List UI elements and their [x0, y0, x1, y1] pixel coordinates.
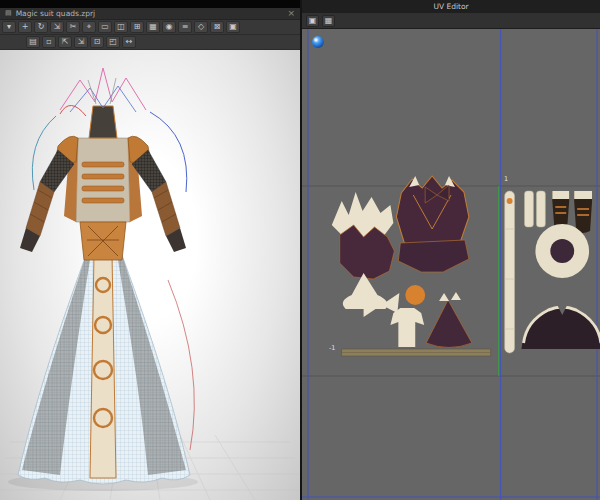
uv-island-band[interactable] — [398, 240, 469, 272]
uv-island-boot-right[interactable] — [574, 191, 592, 233]
uv-island-cuff-pair[interactable] — [525, 191, 546, 227]
uv-coord-label-min: -1 — [329, 345, 335, 352]
tool-glyph: ✂ — [70, 22, 77, 31]
uv-island-boot-left[interactable] — [552, 191, 569, 229]
snap-corner-in-icon[interactable]: ⇱ — [58, 36, 72, 48]
rectangle-pattern-icon[interactable]: ▭ — [98, 21, 112, 33]
uv-island-shirt[interactable] — [390, 308, 424, 347]
uv-island-ring[interactable] — [535, 224, 589, 278]
add-point-tool-icon[interactable]: + — [18, 21, 32, 33]
uv-canvas[interactable]: 1 -1 — [302, 29, 600, 500]
garment-dress[interactable] — [18, 106, 190, 484]
uv-island-long-strip[interactable] — [505, 191, 515, 353]
tool-glyph: ▫ — [46, 37, 51, 46]
viewport-3d[interactable] — [0, 50, 300, 500]
cursor-tool-icon[interactable]: ▾ — [2, 21, 16, 33]
uv-toolbar: ▣ ▦ — [302, 13, 600, 29]
checker-texture-icon[interactable]: ▦ — [322, 15, 335, 27]
collar — [89, 106, 117, 138]
tool-glyph: ⇲ — [78, 37, 85, 46]
material-sphere-icon[interactable] — [312, 36, 324, 48]
tool-glyph: ≡ — [182, 22, 189, 31]
layers-icon[interactable]: ▤ — [26, 36, 40, 48]
tool-glyph: + — [22, 22, 29, 31]
rotate-tool-icon[interactable]: ↻ — [34, 21, 48, 33]
tool-glyph: ▤ — [29, 37, 37, 46]
tool-glyph: ↻ — [38, 22, 45, 31]
toolbar-row-1: ▾ + ↻ ⇲ ✂ ⌖ — [0, 20, 300, 35]
document-icon: ▤ — [5, 10, 12, 17]
uv-island-fan[interactable] — [522, 303, 600, 349]
tool-glyph: ⇲ — [54, 22, 61, 31]
tool-glyph: ▦ — [149, 22, 157, 31]
menu-lines-icon[interactable]: ≡ — [178, 21, 192, 33]
split-panel-icon[interactable]: ◫ — [114, 21, 128, 33]
panel-3d-view: ▤ Magic suit quads.zprj × ▾ + ↻ ⇲ — [0, 0, 300, 500]
pin-tool-icon[interactable]: ◉ — [162, 21, 176, 33]
close-icon[interactable]: × — [287, 9, 295, 18]
tool-glyph: ▾ — [7, 22, 11, 31]
garment-3d-render — [0, 50, 300, 500]
document-tab[interactable]: ▤ Magic suit quads.zprj × — [0, 8, 300, 20]
frame-tool-icon[interactable]: ▣ — [226, 21, 240, 33]
tool-glyph: ↔ — [126, 37, 133, 46]
window-top-strip — [0, 0, 300, 8]
uv-editor-titlebar[interactable]: UV Editor — [302, 0, 600, 13]
tool-glyph: ⊠ — [214, 22, 221, 31]
tool-glyph: ⊞ — [134, 22, 141, 31]
uv-layout — [302, 29, 600, 500]
scissors-tool-icon[interactable]: ✂ — [66, 21, 80, 33]
panel-uv-editor: UV Editor ▣ ▦ — [300, 0, 600, 500]
tool-glyph: ◰ — [109, 37, 117, 46]
toolbar-row-2: ▤ ▫ ⇱ ⇲ ⊡ ◰ — [0, 35, 300, 50]
target-tool-icon[interactable]: ⌖ — [82, 21, 96, 33]
quarter-box-icon[interactable]: ◰ — [106, 36, 120, 48]
dot-box-icon[interactable]: ⊡ — [90, 36, 104, 48]
scale-tool-icon[interactable]: ⇲ — [50, 21, 64, 33]
bodice — [76, 138, 130, 222]
tool-glyph: ▣ — [309, 16, 317, 25]
app-window: ▤ Magic suit quads.zprj × ▾ + ↻ ⇲ — [0, 0, 600, 500]
tool-glyph: ▦ — [325, 16, 333, 25]
tool-glyph: ▣ — [229, 22, 237, 31]
packed-islands-icon[interactable]: ▣ — [306, 15, 319, 27]
tool-glyph: ◇ — [198, 22, 204, 31]
uv-coord-label-max: 1 — [504, 176, 508, 183]
tool-glyph: ⊡ — [94, 37, 101, 46]
arrows-horizontal-icon[interactable]: ↔ — [122, 36, 136, 48]
snap-corner-out-icon[interactable]: ⇲ — [74, 36, 88, 48]
uv-island-skirt-tri[interactable] — [426, 292, 472, 348]
mesh-grid-icon[interactable]: ▦ — [146, 21, 160, 33]
tool-glyph: ▭ — [101, 22, 109, 31]
tool-glyph: ◉ — [166, 22, 173, 31]
diamond-tool-icon[interactable]: ◇ — [194, 21, 208, 33]
uv-island-crown[interactable] — [332, 192, 394, 239]
uv-island-belt-strip[interactable] — [342, 349, 491, 356]
uv-editor-title: UV Editor — [433, 2, 468, 11]
delete-box-icon[interactable]: ⊠ — [210, 21, 224, 33]
document-title: Magic suit quads.zprj — [16, 9, 96, 18]
grid-add-icon[interactable]: ⊞ — [130, 21, 144, 33]
tool-glyph: ◫ — [117, 22, 125, 31]
tool-glyph: ⌖ — [87, 22, 92, 31]
tool-glyph: ⇱ — [62, 37, 69, 46]
dashed-box-icon[interactable]: ▫ — [42, 36, 56, 48]
uv-island-circle[interactable] — [405, 285, 425, 305]
